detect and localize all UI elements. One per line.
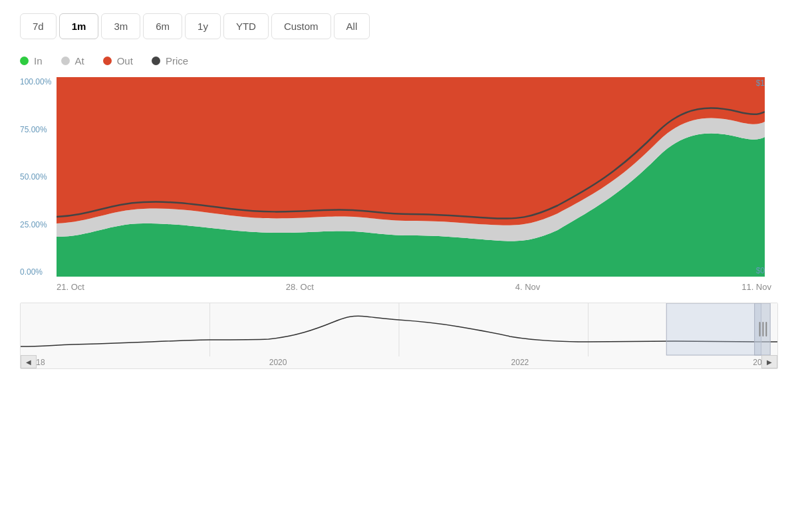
time-btn-1m[interactable]: 1m <box>59 13 99 39</box>
x-label-nov11: 11. Nov <box>741 282 771 292</box>
time-btn-1y[interactable]: 1y <box>185 13 221 39</box>
x-label-oct21: 21. Oct <box>57 282 84 292</box>
navigator-x-axis: 2018 2020 2022 2024 <box>21 358 777 367</box>
y-label-0: 0.00% <box>20 267 66 277</box>
main-chart-wrapper: 100.00% 75.00% 50.00% 25.00% 0.00% <box>20 77 778 292</box>
legend-label-price: Price <box>166 55 188 66</box>
time-btn-7d[interactable]: 7d <box>20 13 57 39</box>
navigator-selection[interactable] <box>666 303 761 355</box>
navigator-inner <box>21 303 777 356</box>
chart-svg <box>57 77 765 277</box>
legend-dot-out <box>103 57 112 65</box>
y-label-100: 100.00% <box>20 77 66 86</box>
y-label-50: 50.00% <box>20 172 66 182</box>
navigator[interactable]: 2018 2020 2022 2024 ◀ ▶ <box>20 303 778 369</box>
main-chart: 100.00% 75.00% 50.00% 25.00% 0.00% <box>20 77 771 277</box>
time-btn-6m[interactable]: 6m <box>143 13 182 39</box>
navigator-scroll-right[interactable]: ▶ <box>761 355 777 368</box>
x-label-nov4: 4. Nov <box>515 282 541 292</box>
legend-item-at: At <box>61 55 84 66</box>
legend-dot-in <box>20 57 29 65</box>
legend-item-out: Out <box>103 55 133 66</box>
price-label-top: $1 <box>756 78 765 88</box>
navigator-scroll-left[interactable]: ◀ <box>21 355 37 368</box>
chart-legend: In At Out Price <box>20 55 778 66</box>
navigator-svg <box>21 303 777 356</box>
time-btn-ytd[interactable]: YTD <box>223 13 269 39</box>
y-label-25: 25.00% <box>20 220 66 229</box>
x-label-oct28: 28. Oct <box>286 282 314 292</box>
legend-label-out: Out <box>117 55 133 66</box>
price-label-bottom: $0 <box>756 266 765 275</box>
legend-dot-price <box>152 57 160 65</box>
legend-label-in: In <box>34 55 43 66</box>
nav-x-2022: 2022 <box>511 358 529 367</box>
time-btn-custom[interactable]: Custom <box>271 13 331 39</box>
y-label-75: 75.00% <box>20 125 66 134</box>
x-axis: 21. Oct 28. Oct 4. Nov 11. Nov <box>57 277 771 292</box>
nav-x-2020: 2020 <box>269 358 287 367</box>
time-range-selector: 7d 1m 3m 6m 1y YTD Custom All <box>20 13 778 39</box>
y-axis-left: 100.00% 75.00% 50.00% 25.00% 0.00% <box>20 77 66 277</box>
time-btn-3m[interactable]: 3m <box>101 13 140 39</box>
legend-label-at: At <box>75 55 84 66</box>
chart-svg-container[interactable]: $1 $0 <box>57 77 765 277</box>
legend-item-in: In <box>20 55 43 66</box>
legend-dot-at <box>61 57 70 65</box>
time-btn-all[interactable]: All <box>334 13 370 39</box>
legend-item-price: Price <box>152 55 188 66</box>
